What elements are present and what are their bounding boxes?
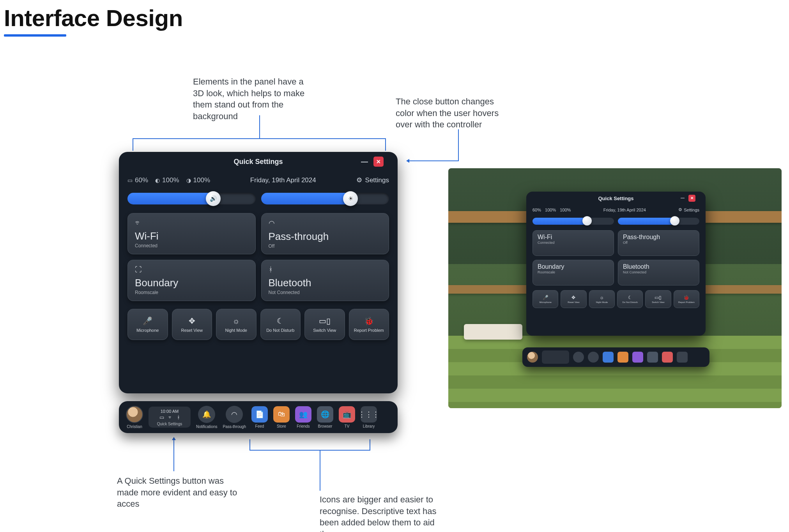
vr-volume-slider[interactable] <box>532 218 614 225</box>
taskbar-label: Feed <box>255 424 264 428</box>
vr-tile-title: Wi-Fi <box>538 234 609 241</box>
night-mode-icon: ☼ <box>600 295 604 300</box>
reset-view-button[interactable]: ✥ Reset View <box>172 309 212 340</box>
switch-view-button[interactable]: ▭▯ Switch View <box>304 309 345 340</box>
vr-volume-fill <box>532 218 587 225</box>
taskbar-notifications[interactable]: 🔔 Notifications <box>196 406 217 429</box>
wifi-icon: ᯤ <box>135 219 248 227</box>
button-label: Reset View <box>181 328 203 333</box>
microphone-button[interactable]: 🎤 Microphone <box>127 309 168 340</box>
volume-thumb[interactable]: 🔊 <box>206 191 221 206</box>
taskbar-passthrough[interactable]: ◠ Pass-through <box>223 406 246 429</box>
tile-wifi[interactable]: ᯤ Wi-Fi Connected <box>127 213 256 254</box>
vr-brightness-slider[interactable] <box>618 218 699 225</box>
avatar <box>126 406 143 423</box>
tile-title: Wi-Fi <box>135 230 248 242</box>
connector-line <box>385 138 386 151</box>
taskbar-library[interactable]: ⋮⋮⋮ Library <box>361 406 377 428</box>
panel-titlebar: Quick Settings — ✕ <box>127 152 389 171</box>
taskbar-quick-settings[interactable]: 10:00 AM ▭ ᯤ ᚼ Quick Settings <box>149 407 191 428</box>
page-title: Interface Design <box>4 5 183 32</box>
vr-panel-date: Friday, 19th April 2024 <box>603 208 646 212</box>
vr-right-controller-status: 100% <box>560 208 571 212</box>
brightness-thumb[interactable]: ☀ <box>343 191 358 206</box>
vr-microphone-button[interactable]: 🎤Microphone <box>532 290 558 308</box>
brightness-fill <box>261 193 351 204</box>
vr-taskbar-tv[interactable] <box>662 352 673 363</box>
title-underline <box>4 34 66 37</box>
vr-tile-passthrough[interactable]: Pass-through Off <box>618 230 699 256</box>
report-problem-button[interactable]: 🐞 Report Problem <box>349 309 389 340</box>
vr-tile-bluetooth[interactable]: Bluetooth Not Connected <box>618 260 699 285</box>
vr-button-label: Switch View <box>652 301 664 303</box>
vr-report-problem-button[interactable]: 🐞Report Problem <box>674 290 699 308</box>
close-button[interactable]: ✕ <box>373 157 384 167</box>
vr-tile-boundary[interactable]: Boundary Roomscale <box>532 260 614 285</box>
vr-quick-settings-panel: Quick Settings — ✕ 60% 100% 100% Friday,… <box>526 192 706 336</box>
taskbar-label: Friends <box>297 424 310 428</box>
taskbar-store[interactable]: 🛍 Store <box>273 406 290 428</box>
minimize-button[interactable]: — <box>359 157 370 167</box>
night-mode-button[interactable]: ☼ Night Mode <box>216 309 257 340</box>
vr-close-button[interactable]: ✕ <box>688 195 695 202</box>
connector-line <box>133 138 133 151</box>
taskbar-browser[interactable]: 🌐 Browser <box>317 406 333 428</box>
dnd-button[interactable]: ☾ Do Not Disturb <box>260 309 301 340</box>
status-row: ▭ 60% ◐ 100% ◑ 100% Friday, 19th April 2… <box>127 176 389 184</box>
vr-reset-view-button[interactable]: ✥Reset View <box>561 290 586 308</box>
microphone-icon: 🎤 <box>543 295 548 300</box>
vr-taskbar <box>522 347 709 367</box>
tile-sub: Roomscale <box>135 290 248 295</box>
taskbar-label: TV <box>345 424 350 428</box>
vr-taskbar-feed[interactable] <box>603 352 614 363</box>
button-label: Night Mode <box>225 328 247 333</box>
tile-boundary[interactable]: ⛶ Boundary Roomscale <box>127 260 256 301</box>
controller-l-icon: ◐ <box>155 177 160 183</box>
taskbar-feed[interactable]: 📄 Feed <box>251 406 268 428</box>
bag-icon: 🛍 <box>278 410 285 418</box>
vr-switch-view-button[interactable]: ▭▯Switch View <box>645 290 671 308</box>
dnd-icon: ☾ <box>628 295 632 300</box>
taskbar: Christian 10:00 AM ▭ ᯤ ᚼ Quick Settings … <box>119 401 398 433</box>
button-label: Do Not Disturb <box>266 328 294 333</box>
taskbar-label: Notifications <box>196 425 217 429</box>
vr-taskbar-friends[interactable] <box>632 352 643 363</box>
vr-panel-titlebar: Quick Settings — ✕ <box>532 192 699 206</box>
taskbar-friends[interactable]: 👥 Friends <box>295 406 311 428</box>
taskbar-tv[interactable]: 📺 TV <box>339 406 355 428</box>
vr-avatar[interactable] <box>527 352 538 363</box>
night-mode-icon: ☼ <box>233 317 240 326</box>
vr-brightness-thumb[interactable] <box>670 216 679 225</box>
vr-taskbar-browser[interactable] <box>647 352 658 363</box>
bug-icon: 🐞 <box>364 316 374 326</box>
vr-night-mode-button[interactable]: ☼Night Mode <box>589 290 615 308</box>
tile-bluetooth[interactable]: ᚼ Bluetooth Not Connected <box>261 260 389 301</box>
tile-passthrough[interactable]: ◠ Pass-through Off <box>261 213 389 254</box>
vr-volume-thumb[interactable] <box>582 216 592 225</box>
connector-line <box>458 129 459 160</box>
volume-slider[interactable]: 🔊 <box>127 193 256 204</box>
vr-button-label: Night Mode <box>596 301 608 303</box>
brightness-slider[interactable]: ☀ <box>261 193 389 204</box>
feed-icon: 📄 <box>255 410 264 419</box>
vr-taskbar-notifications[interactable] <box>573 352 584 363</box>
user-name: Christian <box>127 425 142 429</box>
annotation-icons: Icons are bigger and easier to recognise… <box>320 494 444 532</box>
vr-settings-button[interactable]: ⚙ Settings <box>678 207 699 212</box>
vr-taskbar-library[interactable] <box>677 352 688 363</box>
vr-status-row: 60% 100% 100% Friday, 19th April 2024 ⚙ … <box>532 207 699 212</box>
vr-dnd-button[interactable]: ☾Do Not Disturb <box>617 290 643 308</box>
vr-tile-wifi[interactable]: Wi-Fi Connected <box>532 230 614 256</box>
taskbar-user[interactable]: Christian <box>126 406 143 429</box>
connector-line <box>249 450 370 451</box>
connector-line <box>320 450 320 491</box>
reset-view-icon: ✥ <box>571 295 575 300</box>
headset-icon: ◠ <box>231 410 237 419</box>
vr-taskbar-quick-settings[interactable] <box>542 351 569 364</box>
right-controller-pct: 100% <box>193 176 210 184</box>
settings-button[interactable]: ⚙ Settings <box>356 176 389 184</box>
vr-taskbar-store[interactable] <box>617 352 628 363</box>
vr-taskbar-passthrough[interactable] <box>588 352 599 363</box>
vr-minimize-button[interactable]: — <box>679 195 686 202</box>
connector-line <box>249 439 250 450</box>
